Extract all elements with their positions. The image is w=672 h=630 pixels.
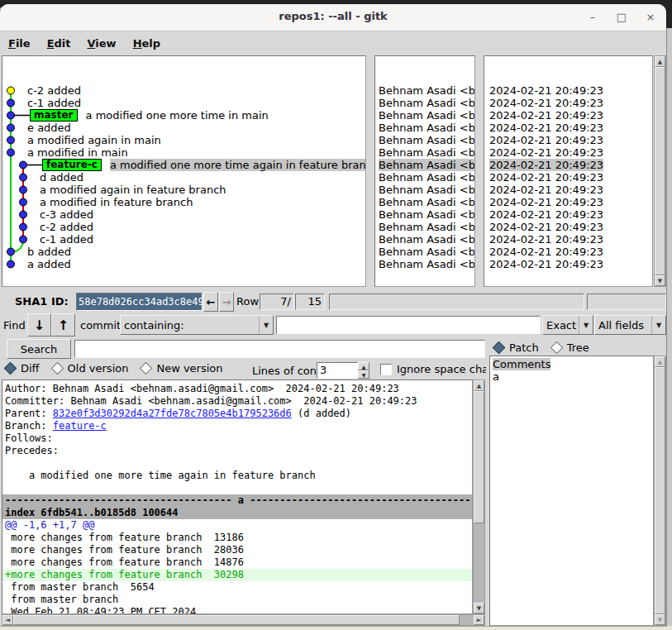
diff-horizontal-scrollbar[interactable]: ◄ ►	[2, 614, 485, 626]
comment-list-item[interactable]: a	[490, 370, 653, 383]
menu-file[interactable]: File	[8, 37, 31, 50]
find-next-button[interactable]: ↓	[27, 313, 51, 336]
commit-row[interactable]: a added	[27, 258, 71, 270]
commit-date[interactable]: 2024-02-21 20:49:23	[484, 84, 603, 97]
chevron-down-icon[interactable]: ▼	[651, 316, 665, 334]
tree-radio[interactable]: Tree	[550, 341, 589, 354]
commit-list-scrollbar[interactable]: ▲ ▼	[654, 55, 666, 287]
commit-author[interactable]: Behnam Asadi <beh	[375, 171, 475, 184]
commit-date[interactable]: 2024-02-21 20:49:23	[484, 146, 603, 159]
commit-author[interactable]: Behnam Asadi <beh	[375, 97, 475, 109]
branch-label-master[interactable]: master	[30, 109, 78, 122]
scrollbar-thumb[interactable]	[13, 615, 460, 625]
commit-author[interactable]: Behnam Asadi <beh	[375, 208, 475, 221]
commit-row[interactable]: d added	[40, 171, 83, 184]
commit-date[interactable]: 2024-02-21 20:49:23	[484, 171, 603, 184]
commit-author[interactable]: Behnam Asadi <beh	[375, 233, 475, 246]
scroll-down-icon[interactable]: ▼	[655, 275, 665, 286]
commit-author[interactable]: Behnam Asadi <beh	[375, 196, 475, 208]
commit-row[interactable]: a modified again in feature branch	[40, 184, 226, 196]
find-query-input[interactable]	[276, 316, 541, 334]
commit-author[interactable]: Behnam Asadi <beh	[375, 246, 475, 258]
comments-scrollbar[interactable]: ▲ ▼	[654, 356, 666, 626]
commit-date[interactable]: 2024-02-21 20:49:23	[484, 208, 603, 221]
scroll-up-icon[interactable]: ▲	[474, 380, 484, 391]
commit-row[interactable]: a modified in main	[27, 146, 128, 159]
commit-date[interactable]: 2024-02-21 20:49:23	[484, 184, 603, 196]
date-column-pane[interactable]: 2024-02-21 20:49:232024-02-21 20:49:2320…	[484, 55, 653, 287]
scroll-down-icon[interactable]: ▼	[655, 614, 665, 625]
commit-date[interactable]: 2024-02-21 20:49:23	[484, 159, 603, 171]
scrollbar-thumb[interactable]	[655, 67, 665, 275]
commit-author[interactable]: Behnam Asadi <beh	[375, 184, 475, 196]
commit-date[interactable]: 2024-02-21 20:49:23	[484, 246, 603, 258]
context-spinbox[interactable]: 3	[317, 362, 358, 379]
patch-radio[interactable]: Patch	[493, 341, 539, 354]
history-back-button[interactable]: ←	[203, 292, 218, 312]
diff-view-pane[interactable]: Author: Behnam Asadi <behnam.asadi@gmail…	[2, 379, 473, 614]
commit-author[interactable]: Behnam Asadi <beh	[375, 258, 475, 270]
search-button[interactable]: Search	[7, 339, 71, 359]
scrollbar-thumb[interactable]	[474, 391, 484, 523]
commit-row[interactable]: e added	[27, 122, 71, 134]
commit-row[interactable]: b added	[27, 246, 71, 258]
commit-row[interactable]: a modified in feature branch	[40, 196, 193, 208]
spin-down-icon[interactable]: ▼	[358, 370, 369, 379]
commit-date[interactable]: 2024-02-21 20:49:23	[484, 233, 603, 246]
comments-pane[interactable]: Commentsa	[489, 356, 654, 626]
chevron-down-icon[interactable]: ▼	[579, 316, 593, 334]
commit-date[interactable]: 2024-02-21 20:49:23	[484, 258, 603, 270]
commit-link[interactable]: feature-c	[53, 420, 107, 432]
scroll-up-icon[interactable]: ▲	[655, 356, 665, 367]
chevron-down-icon[interactable]: ▼	[259, 316, 273, 334]
commit-date[interactable]: 2024-02-21 20:49:23	[484, 122, 603, 134]
commit-author[interactable]: Behnam Asadi <beh	[375, 134, 475, 146]
close-button[interactable]: ×	[641, 9, 660, 26]
commit-author[interactable]: Behnam Asadi <beh	[375, 122, 475, 134]
checkbox-icon[interactable]	[380, 364, 392, 375]
commit-author[interactable]: Behnam Asadi <beh	[375, 146, 475, 159]
find-fields-dropdown[interactable]: All fields ▼	[594, 315, 666, 335]
search-input[interactable]	[74, 340, 485, 358]
scrollbar-thumb[interactable]	[655, 367, 665, 614]
commit-date[interactable]: 2024-02-21 20:49:23	[484, 134, 603, 146]
author-column-pane[interactable]: Behnam Asadi <behBehnam Asadi <behBehnam…	[374, 55, 475, 287]
commit-row[interactable]: c-3 added	[40, 208, 93, 221]
commit-row[interactable]: mastera modified one more time in main	[30, 109, 269, 122]
diff-scrollbar[interactable]: ▲ ▼	[473, 379, 485, 614]
menu-view[interactable]: View	[88, 37, 117, 50]
diff-radio[interactable]: Diff	[4, 362, 40, 375]
commit-date[interactable]: 2024-02-21 20:49:23	[484, 97, 603, 109]
commit-author[interactable]: Behnam Asadi <beh	[375, 84, 475, 97]
scroll-right-icon[interactable]: ►	[474, 615, 484, 625]
commit-author[interactable]: Behnam Asadi <beh	[375, 221, 475, 233]
menu-edit[interactable]: Edit	[47, 37, 71, 50]
commit-date[interactable]: 2024-02-21 20:49:23	[484, 196, 603, 208]
commit-graph-pane[interactable]: c-2 addedc-1 addedmastera modified one m…	[2, 55, 366, 287]
scroll-up-icon[interactable]: ▲	[655, 56, 665, 67]
commit-link[interactable]: 832e0f3d30292d4a27fde78c7805e4b1795236d6	[53, 408, 292, 419]
commit-date[interactable]: 2024-02-21 20:49:23	[484, 221, 603, 233]
commit-row[interactable]: c-2 added	[27, 84, 81, 97]
find-prev-button[interactable]: ↑	[51, 313, 75, 336]
sha1-input[interactable]: 58e78d026cc34ad3c8e495e6b37695cfce5095dd	[76, 293, 203, 311]
history-forward-button[interactable]: →	[219, 292, 234, 312]
old-version-radio[interactable]: Old version	[51, 362, 129, 375]
commit-date[interactable]: 2024-02-21 20:49:23	[484, 109, 603, 122]
spin-up-icon[interactable]: ▲	[358, 362, 369, 370]
minimize-button[interactable]: –	[584, 9, 602, 26]
commit-row[interactable]: c-2 added	[40, 221, 93, 233]
commit-row[interactable]: c-1 added	[27, 97, 81, 109]
new-version-radio[interactable]: New version	[140, 362, 222, 375]
title-bar[interactable]: repos1: --all - gitk – □ ×	[0, 4, 666, 31]
find-match-dropdown[interactable]: Exact ▼	[542, 315, 593, 335]
scroll-down-icon[interactable]: ▼	[474, 603, 484, 613]
commit-author[interactable]: Behnam Asadi <beh	[375, 109, 475, 122]
find-type-dropdown[interactable]: containing: ▼	[120, 315, 274, 335]
menu-help[interactable]: Help	[133, 37, 160, 50]
comment-list-item[interactable]: Comments	[490, 358, 653, 370]
scroll-left-icon[interactable]: ◄	[2, 615, 13, 625]
maximize-button[interactable]: □	[612, 9, 631, 26]
commit-row[interactable]: a modified again in main	[27, 134, 161, 146]
branch-label-feature-c[interactable]: feature-c	[42, 159, 102, 171]
